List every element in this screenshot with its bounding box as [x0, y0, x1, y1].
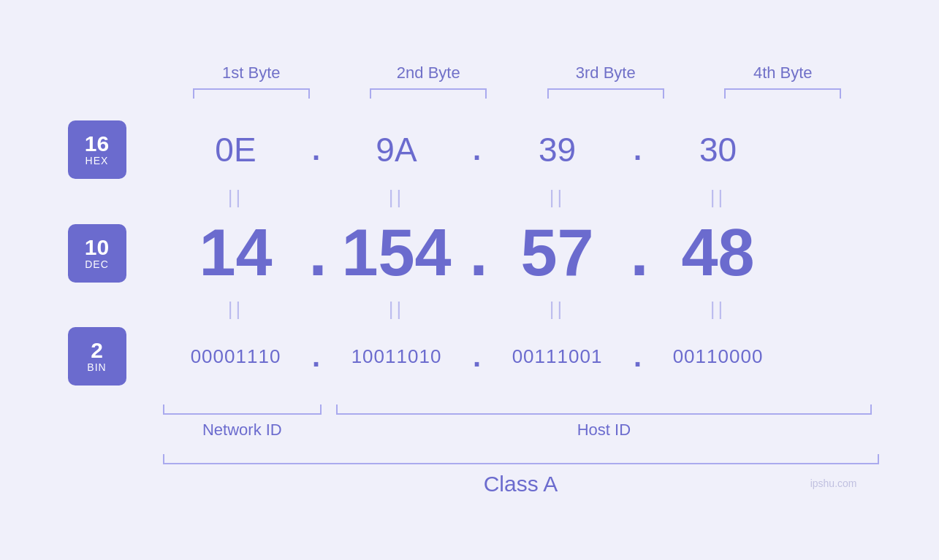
bottom-section: Network ID Host ID: [163, 393, 872, 440]
dec-row: 10 DEC 14 . 154 . 57 . 48: [68, 215, 872, 291]
bin-name: BIN: [87, 361, 106, 373]
hex-badge: 16 HEX: [68, 120, 126, 179]
dec-name: DEC: [85, 258, 109, 270]
dec-number: 10: [85, 237, 109, 258]
hex-byte-4: 30: [645, 130, 791, 169]
dec-byte-3: 57: [484, 215, 631, 291]
eq2-3: ||: [484, 298, 631, 321]
top-bracket-3: [533, 88, 679, 99]
byte-label-3: 3rd Byte: [533, 64, 679, 83]
byte-label-4: 4th Byte: [710, 64, 856, 83]
eq1-4: ||: [645, 186, 791, 209]
bin-bytes: 00001110 . 10011010 . 00111001 . 0011000…: [163, 340, 872, 373]
equals-row-1: || || || ||: [163, 179, 872, 215]
bin-byte-2: 10011010: [324, 345, 470, 368]
hex-row: 16 HEX 0E . 9A . 39 . 30: [68, 120, 872, 179]
hex-dot-1: .: [309, 134, 324, 166]
top-brackets-row: [163, 88, 872, 99]
bin-number: 2: [91, 340, 103, 361]
equals-row-2: || || || ||: [163, 291, 872, 327]
main-container: 1st Byte 2nd Byte 3rd Byte 4th Byte 16 H…: [68, 64, 872, 496]
hex-dot-3: .: [631, 134, 645, 166]
hex-bytes: 0E . 9A . 39 . 30: [163, 130, 872, 169]
class-label: Class A: [163, 472, 879, 496]
bin-dot-2: .: [470, 340, 484, 373]
byte-label-1: 1st Byte: [178, 64, 324, 83]
host-bracket: [336, 404, 871, 415]
watermark: ipshu.com: [810, 477, 857, 489]
dec-byte-1: 14: [163, 215, 309, 291]
dec-dot-3: .: [631, 215, 645, 291]
top-bracket-2: [355, 88, 501, 99]
hex-byte-1: 0E: [163, 130, 309, 169]
network-id-label: Network ID: [163, 421, 322, 440]
host-id-label: Host ID: [336, 421, 871, 440]
bottom-brackets: [163, 393, 872, 415]
eq1-2: ||: [324, 186, 470, 209]
bin-byte-3: 00111001: [484, 345, 631, 368]
bin-byte-4: 00110000: [645, 345, 791, 368]
eq2-1: ||: [163, 298, 309, 321]
byte-labels-row: 1st Byte 2nd Byte 3rd Byte 4th Byte: [163, 64, 872, 83]
bin-dot-3: .: [631, 340, 645, 373]
eq1-3: ||: [484, 186, 631, 209]
hex-name: HEX: [85, 155, 109, 166]
hex-byte-2: 9A: [324, 130, 470, 169]
top-bracket-4: [710, 88, 856, 99]
bin-badge: 2 BIN: [68, 327, 126, 386]
bin-row: 2 BIN 00001110 . 10011010 . 00111001 . 0…: [68, 327, 872, 386]
dec-dot-1: .: [309, 215, 324, 291]
eq1-1: ||: [163, 186, 309, 209]
eq2-2: ||: [324, 298, 470, 321]
hex-byte-3: 39: [484, 130, 631, 169]
dec-bytes: 14 . 154 . 57 . 48: [163, 215, 872, 291]
bin-byte-1: 00001110: [163, 345, 309, 368]
dec-badge: 10 DEC: [68, 224, 126, 283]
class-section: Class A: [163, 454, 872, 496]
id-labels: Network ID Host ID: [163, 421, 872, 440]
top-bracket-1: [178, 88, 324, 99]
dec-byte-4: 48: [645, 215, 791, 291]
eq2-4: ||: [645, 298, 791, 321]
dec-byte-2: 154: [324, 215, 470, 291]
byte-label-2: 2nd Byte: [355, 64, 501, 83]
network-bracket: [163, 404, 322, 415]
hex-number: 16: [85, 133, 109, 155]
dec-dot-2: .: [470, 215, 484, 291]
hex-dot-2: .: [470, 134, 484, 166]
class-bracket: [163, 454, 879, 464]
bin-dot-1: .: [309, 340, 324, 373]
